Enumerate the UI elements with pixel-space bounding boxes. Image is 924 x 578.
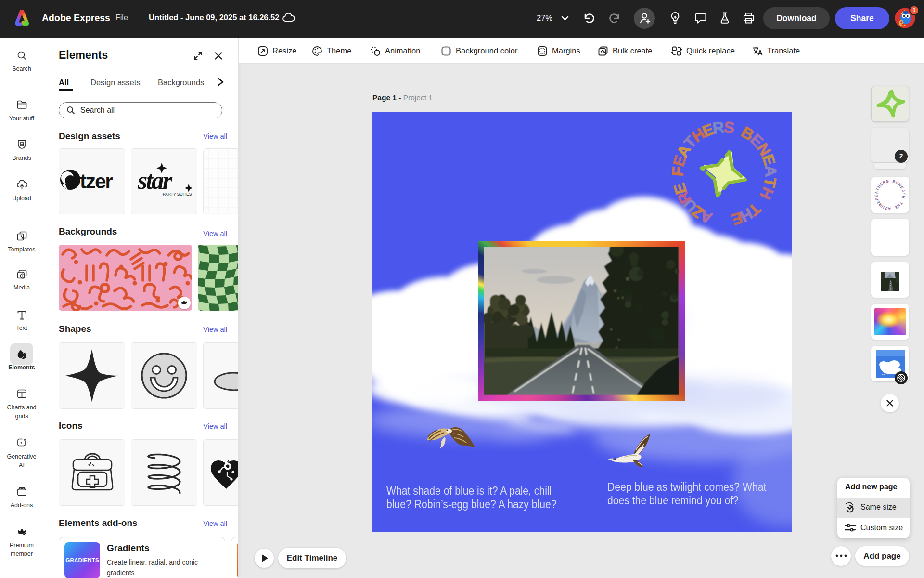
svg-text:A: A — [888, 206, 891, 210]
svg-text:S: S — [886, 179, 889, 184]
svg-text:A: A — [762, 165, 780, 177]
svg-text:PARTY SUITES: PARTY SUITES — [163, 192, 192, 197]
svg-text:H: H — [901, 196, 906, 199]
svg-text:star: star — [137, 167, 173, 194]
svg-text:tzer: tzer — [80, 170, 113, 193]
svg-text:T: T — [901, 193, 906, 196]
svg-text:S: S — [723, 118, 735, 137]
svg-text:A: A — [900, 189, 905, 193]
